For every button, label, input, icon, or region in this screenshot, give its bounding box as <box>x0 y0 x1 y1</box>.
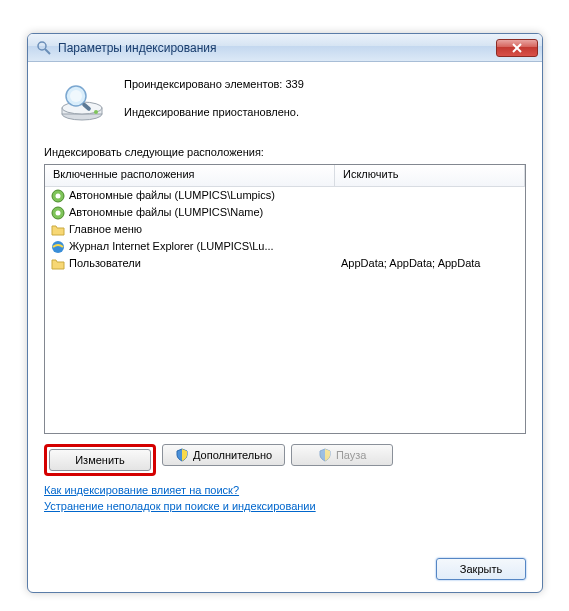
close-button[interactable] <box>496 39 538 57</box>
locations-table: Включенные расположения Исключить Автоно… <box>44 164 526 434</box>
table-body: Автономные файлы (LUMPICS\Lumpics)Автоно… <box>45 187 525 272</box>
pause-label: Пауза <box>336 449 367 461</box>
table-row[interactable]: Автономные файлы (LUMPICS\Lumpics) <box>45 187 525 204</box>
included-cell: Пользователи <box>45 255 335 272</box>
button-row: Изменить Дополнительно Пауза <box>44 444 526 476</box>
content-area: Проиндексировано элементов: 339 Индексир… <box>28 62 542 592</box>
shield-icon <box>175 448 189 462</box>
exclude-cell <box>335 238 525 255</box>
svg-line-1 <box>45 49 50 54</box>
location-label: Журнал Internet Explorer (LUMPICS\Lu... <box>69 238 274 255</box>
included-cell: Автономные файлы (LUMPICS\Name) <box>45 204 335 221</box>
table-header-row: Включенные расположения Исключить <box>45 165 525 187</box>
exclude-cell <box>335 204 525 221</box>
exclude-cell <box>335 187 525 204</box>
advanced-button[interactable]: Дополнительно <box>162 444 285 466</box>
link-how-indexing-affects-search[interactable]: Как индексирование влияет на поиск? <box>44 484 526 496</box>
status-area: Проиндексировано элементов: 339 Индексир… <box>44 74 526 122</box>
modify-button[interactable]: Изменить <box>49 449 151 471</box>
highlight-modify: Изменить <box>44 444 156 476</box>
pause-button: Пауза <box>291 444 393 466</box>
window-title: Параметры индексирования <box>58 41 496 55</box>
close-dialog-button[interactable]: Закрыть <box>436 558 526 580</box>
location-label: Автономные файлы (LUMPICS\Lumpics) <box>69 187 275 204</box>
svg-point-14 <box>56 210 61 215</box>
svg-point-8 <box>70 90 82 102</box>
exclude-cell <box>335 221 525 238</box>
svg-point-12 <box>56 193 61 198</box>
indexing-paused: Индексирование приостановлено. <box>124 104 526 122</box>
status-text: Проиндексировано элементов: 339 Индексир… <box>124 74 526 121</box>
folder-icon <box>51 223 65 237</box>
offline-files-icon <box>51 206 65 220</box>
included-cell: Журнал Internet Explorer (LUMPICS\Lu... <box>45 238 335 255</box>
exclude-cell: AppData; AppData; AppData <box>335 255 525 272</box>
folder-icon <box>51 257 65 271</box>
table-row[interactable]: ПользователиAppData; AppData; AppData <box>45 255 525 272</box>
link-troubleshoot-search-indexing[interactable]: Устранение неполадок при поиске и индекс… <box>44 500 526 512</box>
column-included[interactable]: Включенные расположения <box>45 165 335 186</box>
indexed-label: Проиндексировано элементов: <box>124 78 282 90</box>
ie-icon <box>51 240 65 254</box>
advanced-label: Дополнительно <box>193 449 272 461</box>
index-locations-label: Индексировать следующие расположения: <box>44 146 526 158</box>
table-row[interactable]: Главное меню <box>45 221 525 238</box>
footer: Закрыть <box>44 548 526 580</box>
indexing-options-window: Параметры индексирования Проиндексирован… <box>27 33 543 593</box>
table-row[interactable]: Автономные файлы (LUMPICS\Name) <box>45 204 525 221</box>
magnifier-drive-icon <box>58 82 106 122</box>
included-cell: Главное меню <box>45 221 335 238</box>
svg-point-0 <box>38 42 46 50</box>
table-row[interactable]: Журнал Internet Explorer (LUMPICS\Lu... <box>45 238 525 255</box>
titlebar[interactable]: Параметры индексирования <box>28 34 542 62</box>
close-icon <box>512 43 522 53</box>
help-links: Как индексирование влияет на поиск? Устр… <box>44 484 526 516</box>
location-label: Автономные файлы (LUMPICS\Name) <box>69 204 263 221</box>
search-icon <box>36 40 52 56</box>
column-exclude[interactable]: Исключить <box>335 165 525 186</box>
included-cell: Автономные файлы (LUMPICS\Lumpics) <box>45 187 335 204</box>
svg-point-10 <box>94 110 98 114</box>
location-label: Пользователи <box>69 255 141 272</box>
indexed-count: 339 <box>285 78 303 90</box>
offline-files-icon <box>51 189 65 203</box>
location-label: Главное меню <box>69 221 142 238</box>
shield-icon <box>318 448 332 462</box>
